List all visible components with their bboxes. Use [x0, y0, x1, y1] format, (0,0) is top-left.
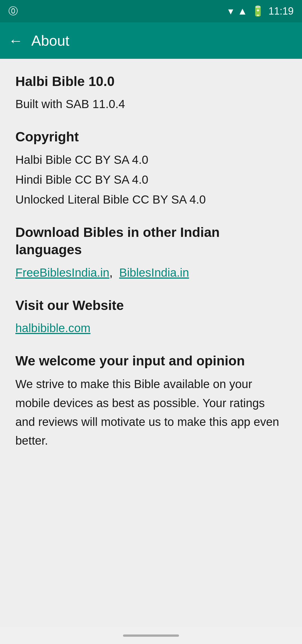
battery-icon: 🔋 [252, 5, 264, 17]
data-saver-icon: ⓪ [8, 5, 18, 18]
bibles-india-link[interactable]: BiblesIndia.in [119, 266, 189, 279]
time-display: 11:19 [268, 5, 294, 17]
copyright-1: Halbi Bible CC BY SA 4.0 [15, 151, 287, 169]
website-link[interactable]: halbibible.com [15, 321, 91, 335]
input-text: We strive to make this Bible available o… [15, 375, 287, 450]
copyright-title: Copyright [15, 128, 287, 146]
app-name-section: Halbi Bible 10.0 Built with SAB 11.0.4 [15, 73, 287, 113]
app-bar: ← About [0, 22, 302, 59]
status-left: ⓪ [8, 5, 18, 18]
link-separator: , [109, 266, 113, 279]
free-bibles-india-link[interactable]: FreeBiblesIndia.in [15, 266, 109, 279]
back-icon: ← [8, 32, 23, 49]
status-right: ▾ ▲ 🔋 11:19 [228, 5, 294, 17]
website-section: Visit our Website halbibible.com [15, 297, 287, 337]
copyright-section: Copyright Halbi Bible CC BY SA 4.0 Hindi… [15, 128, 287, 208]
website-title: Visit our Website [15, 297, 287, 314]
nav-bar [0, 627, 302, 644]
status-bar: ⓪ ▾ ▲ 🔋 11:19 [0, 0, 302, 22]
input-section: We welcome your input and opinion We str… [15, 352, 287, 450]
signal-icon: ▲ [237, 5, 247, 17]
wifi-icon: ▾ [228, 5, 233, 17]
copyright-3: Unlocked Literal Bible CC BY SA 4.0 [15, 191, 287, 208]
download-title: Download Bibles in other Indian language… [15, 224, 287, 259]
download-section: Download Bibles in other Indian language… [15, 224, 287, 281]
copyright-2: Hindi Bible CC BY SA 4.0 [15, 171, 287, 188]
app-bar-title: About [31, 32, 69, 49]
input-title: We welcome your input and opinion [15, 352, 287, 370]
built-with-text: Built with SAB 11.0.4 [15, 95, 287, 113]
nav-indicator [123, 634, 179, 637]
back-button[interactable]: ← [8, 32, 23, 49]
website-link-line: halbibible.com [15, 319, 287, 337]
app-name-title: Halbi Bible 10.0 [15, 73, 287, 90]
links-line: FreeBiblesIndia.in, BiblesIndia.in [15, 264, 287, 281]
content-area: Halbi Bible 10.0 Built with SAB 11.0.4 C… [0, 59, 302, 644]
